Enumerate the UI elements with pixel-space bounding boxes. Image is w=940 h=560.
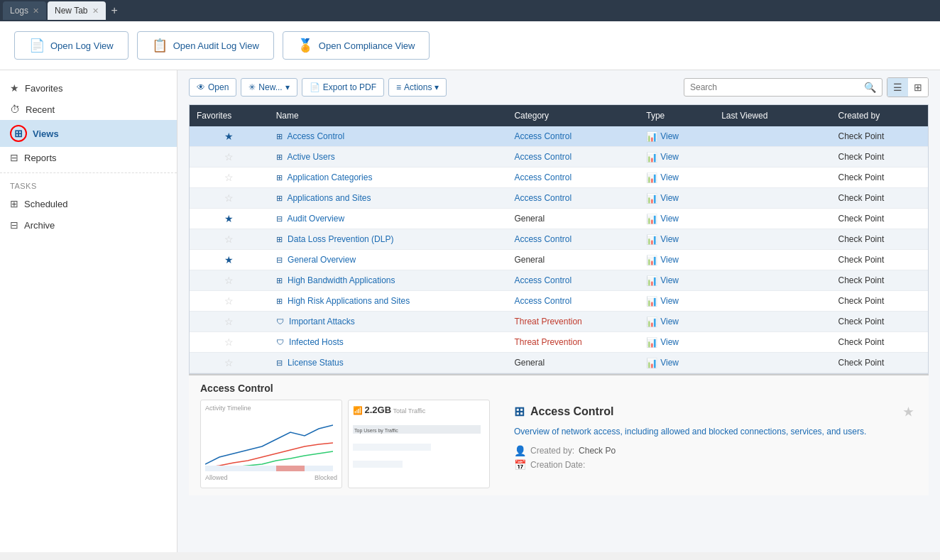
favorite-star[interactable]: ☆ <box>224 172 234 183</box>
table-row[interactable]: ☆ ⊟ License Status General 📊 View Check … <box>190 353 928 373</box>
list-view-button[interactable]: ☰ <box>887 78 908 97</box>
row-name-cell[interactable]: ⊞ Application Categories <box>269 168 508 188</box>
row-fav-cell[interactable]: ☆ <box>190 168 269 188</box>
row-name-cell[interactable]: ⊟ Audit Overview <box>269 209 508 229</box>
favorite-star[interactable]: ☆ <box>224 151 234 163</box>
table-row[interactable]: ☆ 🛡 Infected Hosts Threat Prevention 📊 V… <box>190 332 928 353</box>
tab-new-tab-close[interactable]: ✕ <box>92 6 99 16</box>
row-fav-cell[interactable]: ☆ <box>190 188 269 209</box>
open-button[interactable]: 👁 Open <box>189 78 236 97</box>
row-name-link[interactable]: Infected Hosts <box>289 337 344 347</box>
row-type-icon: ⊞ <box>276 173 283 182</box>
search-input[interactable] <box>690 82 864 92</box>
row-fav-cell[interactable]: ☆ <box>190 147 269 168</box>
favorite-star[interactable]: ☆ <box>224 275 234 286</box>
row-name-cell[interactable]: ⊟ License Status <box>269 353 508 373</box>
row-name-link[interactable]: Important Attacks <box>289 317 355 326</box>
new-tab-button[interactable]: + <box>107 4 122 17</box>
table-row[interactable]: ☆ 🛡 Important Attacks Threat Prevention … <box>190 312 928 332</box>
row-fav-cell[interactable]: ☆ <box>190 332 269 353</box>
row-name-link[interactable]: Active Users <box>287 152 334 162</box>
favorite-star[interactable]: ☆ <box>224 295 234 307</box>
data-table-wrapper[interactable]: Favorites Name Category Type Last Viewed… <box>189 104 929 374</box>
row-type-text: View <box>660 275 679 285</box>
row-fav-cell[interactable]: ☆ <box>190 270 269 291</box>
tab-new-tab-label: New Tab <box>55 6 87 16</box>
table-row[interactable]: ☆ ⊞ Data Loss Prevention (DLP) Access Co… <box>190 229 928 250</box>
table-row[interactable]: ☆ ⊞ Applications and Sites Access Contro… <box>190 188 928 209</box>
row-name-link[interactable]: License Status <box>288 358 344 368</box>
new-button[interactable]: ✳ New... ▾ <box>241 78 297 97</box>
table-row[interactable]: ☆ ⊞ High Bandwidth Applications Access C… <box>190 270 928 291</box>
row-name-cell[interactable]: ⊞ High Risk Applications and Sites <box>269 291 508 312</box>
star-icon[interactable]: ★ <box>903 405 913 419</box>
row-type-text: View <box>660 172 679 182</box>
table-row[interactable]: ★ ⊟ Audit Overview General 📊 View Check … <box>190 209 928 229</box>
row-name-cell[interactable]: ⊞ Data Loss Prevention (DLP) <box>269 229 508 250</box>
row-name-cell[interactable]: ⊟ General Overview <box>269 250 508 270</box>
table-row[interactable]: ☆ ⊞ Application Categories Access Contro… <box>190 168 928 188</box>
favorite-star[interactable]: ★ <box>224 131 234 142</box>
row-type-text: View <box>660 255 679 265</box>
view-icon: 📊 <box>646 214 657 224</box>
table-row[interactable]: ★ ⊞ Access Control Access Control 📊 View… <box>190 126 928 147</box>
row-name-cell[interactable]: ⊞ Active Users <box>269 147 508 168</box>
row-name-cell[interactable]: ⊞ Access Control <box>269 126 508 147</box>
sidebar-item-scheduled[interactable]: ⊞ Scheduled <box>0 193 177 214</box>
sidebar-item-recent[interactable]: ⏱ Recent <box>0 99 177 120</box>
traffic-chart: 📶 2.2GB Total Traffic <box>348 400 490 488</box>
row-fav-cell[interactable]: ☆ <box>190 229 269 250</box>
row-fav-cell[interactable]: ★ <box>190 250 269 270</box>
row-name-link[interactable]: High Bandwidth Applications <box>288 275 395 285</box>
row-name-link[interactable]: Data Loss Prevention (DLP) <box>288 234 393 244</box>
row-name-link[interactable]: Audit Overview <box>287 214 344 224</box>
tab-logs[interactable]: Logs ✕ <box>3 1 46 20</box>
row-fav-cell[interactable]: ☆ <box>190 312 269 332</box>
view-icon: 📊 <box>646 152 657 163</box>
row-name-cell[interactable]: ⊞ Applications and Sites <box>269 188 508 209</box>
favorite-star[interactable]: ☆ <box>224 316 234 327</box>
row-name-link[interactable]: Access Control <box>287 131 344 141</box>
actions-button[interactable]: ≡ Actions ▾ <box>388 78 447 97</box>
row-name-link[interactable]: General Overview <box>288 255 356 265</box>
table-row[interactable]: ☆ ⊞ High Risk Applications and Sites Acc… <box>190 291 928 312</box>
row-name-cell[interactable]: ⊞ High Bandwidth Applications <box>269 270 508 291</box>
row-created-by-value: Check Point <box>838 234 885 244</box>
row-created-by-cell: Check Point <box>831 312 928 332</box>
sidebar-item-archive[interactable]: ⊟ Archive <box>0 214 177 236</box>
grid-view-button[interactable]: ⊞ <box>908 78 928 97</box>
view-icon: 📊 <box>646 358 657 368</box>
table-row[interactable]: ☆ ⊞ Active Users Access Control 📊 View C… <box>190 147 928 168</box>
favorite-star[interactable]: ★ <box>224 213 234 224</box>
favorite-star[interactable]: ☆ <box>224 357 234 368</box>
row-fav-cell[interactable]: ★ <box>190 209 269 229</box>
row-fav-cell[interactable]: ☆ <box>190 291 269 312</box>
tab-new-tab[interactable]: New Tab ✕ <box>48 1 105 20</box>
favorite-star[interactable]: ☆ <box>224 192 234 204</box>
favorite-star[interactable]: ☆ <box>224 336 234 348</box>
sidebar-item-views[interactable]: ⊞ Views <box>0 120 177 147</box>
open-log-view-button[interactable]: 📄 Open Log View <box>14 31 129 60</box>
row-name-link[interactable]: Applications and Sites <box>287 193 371 203</box>
export-button[interactable]: 📄 Export to PDF <box>302 78 384 97</box>
favorite-star[interactable]: ☆ <box>224 234 234 245</box>
sidebar-item-favorites[interactable]: ★ Favorites <box>0 77 177 99</box>
table-row[interactable]: ★ ⊟ General Overview General 📊 View Chec… <box>190 250 928 270</box>
row-fav-cell[interactable]: ☆ <box>190 353 269 373</box>
row-created-by-cell: Check Point <box>831 332 928 353</box>
sidebar-item-reports[interactable]: ⊟ Reports <box>0 147 177 168</box>
row-name-cell[interactable]: 🛡 Important Attacks <box>269 312 508 332</box>
row-name-link[interactable]: Application Categories <box>287 172 372 182</box>
row-type-icon: ⊞ <box>276 194 283 202</box>
row-name-cell[interactable]: 🛡 Infected Hosts <box>269 332 508 353</box>
row-type-badge: 📊 View <box>646 193 679 204</box>
row-last-viewed-cell <box>714 147 831 168</box>
tab-logs-close[interactable]: ✕ <box>33 6 39 16</box>
favorite-star[interactable]: ★ <box>224 254 234 265</box>
row-type-badge: 📊 View <box>646 358 679 368</box>
open-audit-log-button[interactable]: 📋 Open Audit Log View <box>137 31 274 60</box>
open-compliance-button[interactable]: 🏅 Open Compliance View <box>283 31 430 60</box>
row-type-badge: 📊 View <box>646 131 679 142</box>
row-name-link[interactable]: High Risk Applications and Sites <box>288 296 410 306</box>
row-fav-cell[interactable]: ★ <box>190 126 269 147</box>
